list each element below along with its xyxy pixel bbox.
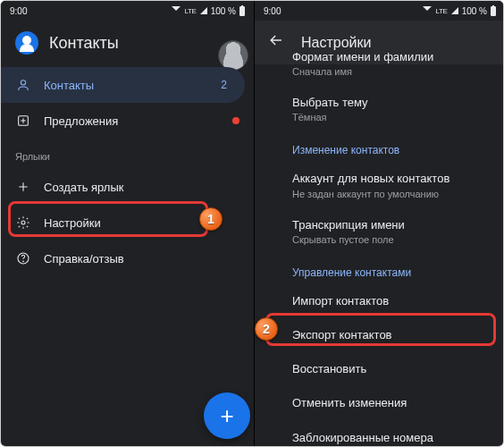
notification-dot-icon [232,117,239,124]
setting-label: Выбрать тему [292,95,487,111]
nav-count: 2 [221,79,231,91]
setting-label: Экспорт контактов [292,327,487,343]
svg-point-2 [21,221,25,224]
nav-label: Контакты [44,79,94,92]
nav-label: Создать ярлык [44,181,123,194]
wifi-icon [172,6,181,15]
group-header-manage: Управление контактами [255,254,504,284]
status-time: 9:00 [264,6,281,16]
setting-label: Заблокированные номера [292,430,487,446]
nav-item-contacts[interactable]: Контакты 2 [1,67,245,103]
phone-screen-settings: 9:00 LTE 100 % Настройки Формат имени и … [255,1,504,447]
setting-label: Аккаунт для новых контактов [292,171,487,187]
app-header: Контакты [1,21,254,67]
svg-point-0 [21,80,25,85]
signal-icon [200,7,207,14]
setting-restore[interactable]: Восстановить [255,352,504,386]
svg-point-4 [23,261,24,262]
account-avatar[interactable] [218,40,248,71]
setting-label: Формат имени и фамилии [292,49,487,65]
setting-undo[interactable]: Отменить изменения [255,386,504,420]
setting-value: Тёмная [292,112,487,122]
setting-value: Не задан аккаунт по умолчанию [292,189,487,199]
help-icon [15,250,31,266]
sparkle-icon [15,113,31,129]
nav-label: Настройки [44,216,101,230]
setting-export[interactable]: Экспорт контактов [255,318,504,352]
person-icon [15,77,31,93]
plus-icon: + [220,402,233,430]
annotation-callout-2: 2 [255,317,278,341]
setting-value: Скрывать пустое поле [292,234,487,245]
battery-icon [239,6,245,16]
plus-icon [15,179,31,195]
status-time: 9:00 [10,6,27,16]
status-bar: 9:00 LTE 100 % [255,1,504,21]
nav-item-help[interactable]: Справка/отзыв [1,240,254,276]
labels-section-header: Ярлыки [1,139,254,169]
nav-item-create-label[interactable]: Создать ярлык [1,169,254,205]
setting-label: Импорт контактов [292,293,487,309]
setting-blocked[interactable]: Заблокированные номера [255,421,504,448]
setting-label: Транскрипция имени [292,217,487,233]
battery-label: 100 % [462,6,487,16]
setting-import[interactable]: Импорт контактов [255,284,504,318]
lte-label: LTE [435,7,447,15]
setting-label: Отменить изменения [292,395,487,411]
setting-theme[interactable]: Выбрать тему Тёмная [255,86,504,131]
setting-value: Сначала имя [292,66,487,77]
setting-default-account[interactable]: Аккаунт для новых контактов Не задан акк… [255,162,504,207]
group-header-edit: Изменение контактов [255,131,504,162]
setting-phonetic[interactable]: Транскрипция имени Скрывать пустое поле [255,208,504,254]
wifi-icon [423,6,432,15]
setting-name-format[interactable]: Формат имени и фамилии Сначала имя [255,49,504,86]
battery-label: 100 % [211,6,236,16]
topbar-title: Настройки [301,35,371,51]
nav-label: Справка/отзыв [44,252,124,266]
fab-add-contact[interactable]: + [204,392,250,439]
lte-label: LTE [184,7,196,15]
annotation-callout-1: 1 [199,207,223,231]
contacts-app-icon [15,31,38,55]
app-title: Контакты [49,34,119,53]
battery-icon [491,6,496,16]
nav-label: Предложения [44,114,118,128]
nav-item-suggestions[interactable]: Предложения [1,103,254,139]
gear-icon [15,215,31,231]
status-bar: 9:00 LTE 100 % [1,1,254,21]
signal-icon [451,7,458,14]
setting-label: Восстановить [292,361,487,377]
